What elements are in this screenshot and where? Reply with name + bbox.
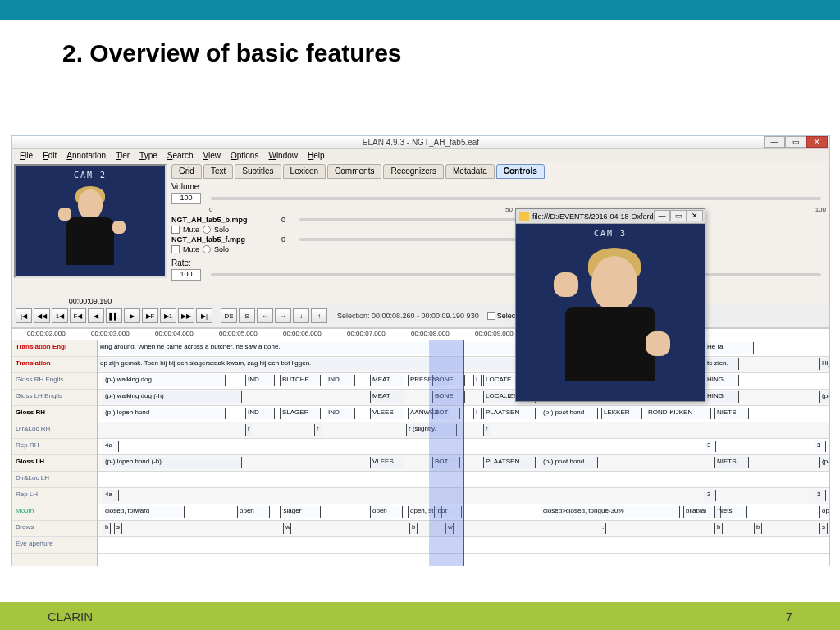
annotation[interactable]: BUTCHE <box>280 375 321 386</box>
annotation[interactable]: IND <box>326 408 355 419</box>
playback-btn-16[interactable]: ↓ <box>293 308 309 323</box>
playback-btn-5[interactable]: ▌▌ <box>106 308 122 323</box>
tier-label-8[interactable]: Dir&Loc LH <box>12 472 97 488</box>
menu-type[interactable]: Type <box>135 150 162 161</box>
tier-label-3[interactable]: Gloss LH Englis <box>12 390 97 406</box>
annotation[interactable]: IND <box>326 375 355 386</box>
annotation[interactable]: PLAATSEN <box>483 457 536 468</box>
annotation[interactable]: r <box>483 424 491 436</box>
annotation[interactable]: He ra <box>705 342 754 354</box>
annotation[interactable]: 'bot' <box>434 506 462 518</box>
popup-close-button[interactable]: ✕ <box>687 210 703 221</box>
tier-label-10[interactable]: Mouth <box>12 504 97 521</box>
annotation[interactable]: . <box>600 523 606 534</box>
tier-label-12[interactable]: Eye aperture <box>12 537 97 554</box>
annotation[interactable]: closed>closed, tongue-30% <box>541 506 680 518</box>
annotation[interactable]: 3 <box>705 490 716 501</box>
annotation[interactable]: Hij re <box>819 358 829 370</box>
menu-edit[interactable]: Edit <box>39 150 61 161</box>
tier-label-11[interactable]: Brows <box>12 521 97 537</box>
annotation[interactable]: VLEES <box>370 457 404 468</box>
annotation[interactable]: VLEES <box>370 408 404 419</box>
annotation[interactable]: b <box>409 523 418 534</box>
annotation[interactable]: LEKKER <box>601 408 642 419</box>
tier-label-2[interactable]: Gloss RH Englis <box>12 373 97 390</box>
tier-label-1[interactable]: Translation <box>12 357 97 373</box>
annotation[interactable]: 4a <box>103 441 119 452</box>
menu-file[interactable]: File <box>16 150 37 161</box>
annotation[interactable]: MEAT <box>370 391 404 403</box>
annotation[interactable]: open <box>370 506 403 518</box>
annotation[interactable]: w <box>283 523 291 534</box>
maximize-button[interactable]: ▭ <box>785 136 806 148</box>
menu-window[interactable]: Window <box>264 150 302 161</box>
tab-text[interactable]: Text <box>203 164 233 179</box>
playback-btn-4[interactable]: ◀ <box>88 308 104 323</box>
playback-btn-6[interactable]: ▶ <box>124 308 140 323</box>
annotation[interactable]: (p-) walking dog (-h) <box>103 391 242 403</box>
volume-slider[interactable] <box>211 197 821 200</box>
close-button[interactable]: ✕ <box>806 136 828 148</box>
menu-options[interactable]: Options <box>226 150 262 161</box>
tab-lexicon[interactable]: Lexicon <box>283 164 326 179</box>
annotation[interactable]: b <box>103 523 111 534</box>
media-balance-slider-1[interactable] <box>299 238 546 241</box>
menu-tier[interactable]: Tier <box>112 150 134 161</box>
annotation[interactable]: I <box>473 408 482 419</box>
tab-comments[interactable]: Comments <box>327 164 381 179</box>
annotation[interactable]: SLAGER <box>280 408 321 419</box>
mute-checkbox-0[interactable] <box>171 226 180 234</box>
annotation[interactable]: w <box>445 523 454 534</box>
annotation[interactable]: BONE <box>432 391 465 403</box>
annotation[interactable]: b <box>754 523 762 534</box>
annotation[interactable]: (p-) ro <box>819 391 829 403</box>
annotation[interactable]: king around. When he came across a butch… <box>98 342 524 354</box>
rate-input[interactable]: 100 <box>171 269 201 281</box>
annotation[interactable]: 3 <box>815 441 826 452</box>
annotation[interactable]: s <box>114 523 122 534</box>
annotation[interactable]: ROND-KIJKEN <box>646 408 711 419</box>
playback-btn-9[interactable]: ▶▶ <box>178 308 194 323</box>
annotation-tracks[interactable]: king around. When he came across a butch… <box>98 340 829 566</box>
menu-view[interactable]: View <box>199 150 225 161</box>
minimize-button[interactable]: — <box>764 136 785 148</box>
tier-label-4[interactable]: Gloss RH <box>12 406 97 422</box>
annotation[interactable]: (p-) poot hond <box>541 457 598 468</box>
annotation[interactable]: IND <box>245 408 275 419</box>
annotation[interactable]: (p-) lopen hond (-h) <box>103 457 242 468</box>
annotation[interactable]: MEAT <box>370 375 404 386</box>
playback-btn-14[interactable]: ← <box>257 308 273 323</box>
tab-metadata[interactable]: Metadata <box>445 164 495 179</box>
playback-btn-7[interactable]: ▶F <box>142 308 158 323</box>
tab-controls[interactable]: Controls <box>496 164 545 179</box>
timeline-viewer[interactable]: 00:00:02.00000:00:03.00000:00:04.00000:0… <box>12 328 829 566</box>
annotation[interactable]: te zien. <box>705 358 739 370</box>
annotation[interactable]: HING <box>705 375 739 386</box>
tab-recognizers[interactable]: Recognizers <box>383 164 444 179</box>
playback-btn-17[interactable]: ↑ <box>311 308 327 323</box>
selection-mode-checkbox[interactable] <box>487 312 495 320</box>
annotation[interactable]: s <box>819 523 828 534</box>
annotation[interactable]: open <box>237 506 270 518</box>
annotation[interactable]: BONE <box>432 375 465 386</box>
popup-maximize-button[interactable]: ▭ <box>670 210 687 221</box>
playback-btn-1[interactable]: ◀◀ <box>34 308 50 323</box>
annotation[interactable]: 4a <box>103 490 119 501</box>
annotation[interactable]: r <box>314 424 322 436</box>
tier-label-5[interactable]: Dir&Loc RH <box>12 422 97 439</box>
playback-btn-10[interactable]: ▶| <box>196 308 212 323</box>
tab-grid[interactable]: Grid <box>171 164 202 179</box>
playhead[interactable] <box>463 340 464 566</box>
annotation[interactable]: op zijn gemak. Toen hij bij een slagersz… <box>98 358 524 370</box>
annotation[interactable]: BOT <box>432 408 460 419</box>
annotation[interactable]: (p-) walking dog <box>103 375 226 386</box>
annotation[interactable]: NIETS <box>714 408 749 419</box>
tier-label-9[interactable]: Rep LH <box>12 488 97 504</box>
annotation[interactable]: I <box>473 375 482 386</box>
annotation[interactable]: b <box>714 523 723 534</box>
menu-search[interactable]: Search <box>163 150 198 161</box>
annotation[interactable]: 'slager' <box>280 506 321 518</box>
volume-input[interactable]: 100 <box>171 193 201 204</box>
annotation[interactable]: BOT <box>432 457 460 468</box>
media-balance-slider-0[interactable] <box>299 218 546 221</box>
